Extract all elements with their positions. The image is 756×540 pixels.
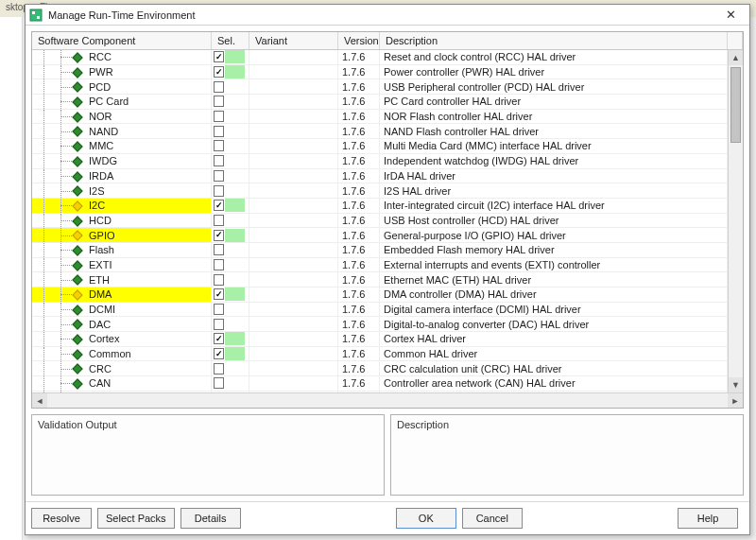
col-header-variant[interactable]: Variant (249, 32, 338, 49)
horizontal-scrollbar[interactable]: ◄ ► (32, 392, 743, 408)
table-row[interactable]: Flash1.7.6Embedded Flash memory HAL driv… (32, 243, 728, 258)
sel-checkbox[interactable] (214, 259, 224, 270)
sel-checkbox[interactable] (214, 230, 224, 241)
sel-cell[interactable] (212, 154, 249, 168)
table-row[interactable]: DCMI1.7.6Digital camera interface (DCMI)… (32, 303, 728, 318)
sel-cell[interactable] (212, 228, 249, 242)
table-row[interactable]: ETH1.7.6Ethernet MAC (ETH) HAL driver (32, 272, 728, 287)
select-packs-button[interactable]: Select Packs (97, 508, 175, 529)
help-button[interactable]: Help (678, 508, 738, 529)
sel-cell[interactable] (212, 376, 249, 391)
sel-checkbox[interactable] (214, 215, 224, 226)
sel-checkbox[interactable] (214, 81, 224, 93)
sel-cell[interactable] (212, 214, 249, 228)
scroll-up-icon[interactable]: ▲ (729, 50, 743, 65)
sel-checkbox[interactable] (214, 274, 224, 286)
sel-cell[interactable] (212, 199, 249, 213)
sel-checkbox[interactable] (214, 51, 224, 62)
ok-button[interactable]: OK (396, 508, 456, 529)
table-row[interactable]: CRC1.7.6CRC calculation unit (CRC) HAL d… (32, 361, 728, 376)
table-row[interactable]: EXTI1.7.6External interrupts and events … (32, 258, 728, 273)
sel-checkbox[interactable] (214, 348, 224, 359)
component-cell[interactable]: RCC (32, 50, 212, 64)
col-header-version[interactable]: Version (338, 32, 380, 49)
component-cell[interactable]: DCMI (32, 303, 212, 317)
sel-checkbox[interactable] (214, 170, 224, 182)
component-cell[interactable]: DMA (32, 287, 212, 302)
component-cell[interactable]: IWDG (32, 154, 212, 168)
table-row[interactable]: MMC1.7.6Multi Media Card (MMC) interface… (32, 139, 728, 154)
sel-cell[interactable] (212, 303, 249, 317)
table-row[interactable]: IWDG1.7.6Independent watchdog (IWDG) HAL… (32, 154, 728, 169)
table-row[interactable]: ADC1.7.6Analog-to-digital converter (ADC… (32, 392, 728, 392)
component-cell[interactable]: GPIO (32, 228, 212, 242)
sel-cell[interactable] (212, 347, 249, 361)
sel-checkbox[interactable] (214, 200, 224, 211)
component-cell[interactable]: HCD (32, 214, 212, 228)
table-row[interactable]: Common1.7.6Common HAL driver (32, 347, 728, 362)
sel-checkbox[interactable] (214, 66, 224, 78)
sel-cell[interactable] (212, 258, 249, 272)
table-row[interactable]: DAC1.7.6Digital-to-analog converter (DAC… (32, 317, 728, 332)
table-row[interactable]: GPIO1.7.6General-purpose I/O (GPIO) HAL … (32, 228, 728, 243)
scroll-thumb[interactable] (730, 67, 741, 143)
cancel-button[interactable]: Cancel (462, 508, 523, 529)
vertical-scrollbar[interactable]: ▲ ▼ (728, 50, 743, 392)
component-cell[interactable]: DAC (32, 317, 212, 331)
component-cell[interactable]: Common (32, 347, 212, 361)
sel-cell[interactable] (212, 65, 249, 79)
sel-cell[interactable] (212, 50, 249, 64)
sel-checkbox[interactable] (214, 155, 224, 166)
sel-cell[interactable] (212, 95, 249, 109)
component-cell[interactable]: I2S (32, 183, 212, 198)
sel-checkbox[interactable] (214, 111, 224, 122)
sel-cell[interactable] (212, 392, 249, 392)
table-row[interactable]: NOR1.7.6NOR Flash controller HAL driver (32, 110, 728, 125)
sel-cell[interactable] (212, 272, 249, 287)
sel-cell[interactable] (212, 317, 249, 331)
component-cell[interactable]: EXTI (32, 258, 212, 272)
table-row[interactable]: CAN1.7.6Controller area network (CAN) HA… (32, 376, 728, 392)
component-cell[interactable]: CAN (32, 376, 212, 391)
component-cell[interactable]: IRDA (32, 169, 212, 183)
sel-checkbox[interactable] (214, 185, 224, 197)
sel-cell[interactable] (212, 243, 249, 257)
sel-checkbox[interactable] (214, 126, 224, 137)
sel-cell[interactable] (212, 79, 249, 94)
component-cell[interactable]: PWR (32, 65, 212, 79)
sel-cell[interactable] (212, 110, 249, 124)
sel-checkbox[interactable] (214, 288, 224, 300)
titlebar[interactable]: Manage Run-Time Environment ✕ (26, 5, 749, 26)
sel-checkbox[interactable] (214, 140, 224, 151)
component-cell[interactable]: Cortex (32, 332, 212, 346)
sel-checkbox[interactable] (214, 363, 224, 375)
sel-cell[interactable] (212, 139, 249, 153)
sel-cell[interactable] (212, 169, 249, 183)
table-row[interactable]: PCD1.7.6USB Peripheral controller (PCD) … (32, 79, 728, 95)
scroll-right-icon[interactable]: ► (728, 393, 743, 409)
sel-cell[interactable] (212, 332, 249, 346)
component-cell[interactable]: NOR (32, 110, 212, 124)
sel-cell[interactable] (212, 361, 249, 375)
sel-cell[interactable] (212, 124, 249, 138)
component-cell[interactable]: PC Card (32, 95, 212, 109)
component-cell[interactable]: Flash (32, 243, 212, 257)
details-button[interactable]: Details (180, 508, 241, 529)
scroll-left-icon[interactable]: ◄ (32, 393, 47, 409)
component-cell[interactable]: MMC (32, 139, 212, 153)
table-row[interactable]: PWR1.7.6Power controller (PWR) HAL drive… (32, 65, 728, 80)
table-row[interactable]: DMA1.7.6DMA controller (DMA) HAL driver (32, 287, 728, 303)
close-button[interactable]: ✕ (715, 7, 746, 24)
col-header-description[interactable]: Description (380, 32, 728, 49)
table-row[interactable]: HCD1.7.6USB Host controller (HCD) HAL dr… (32, 214, 728, 229)
scroll-down-icon[interactable]: ▼ (729, 377, 743, 392)
table-row[interactable]: NAND1.7.6NAND Flash controller HAL drive… (32, 124, 728, 139)
sel-checkbox[interactable] (214, 244, 224, 255)
sel-checkbox[interactable] (214, 319, 224, 330)
col-header-component[interactable]: Software Component (32, 32, 212, 49)
table-row[interactable]: PC Card1.7.6PC Card controller HAL drive… (32, 95, 728, 110)
component-cell[interactable]: NAND (32, 124, 212, 138)
sel-cell[interactable] (212, 287, 249, 302)
sel-checkbox[interactable] (214, 377, 224, 389)
component-cell[interactable]: PCD (32, 79, 212, 94)
